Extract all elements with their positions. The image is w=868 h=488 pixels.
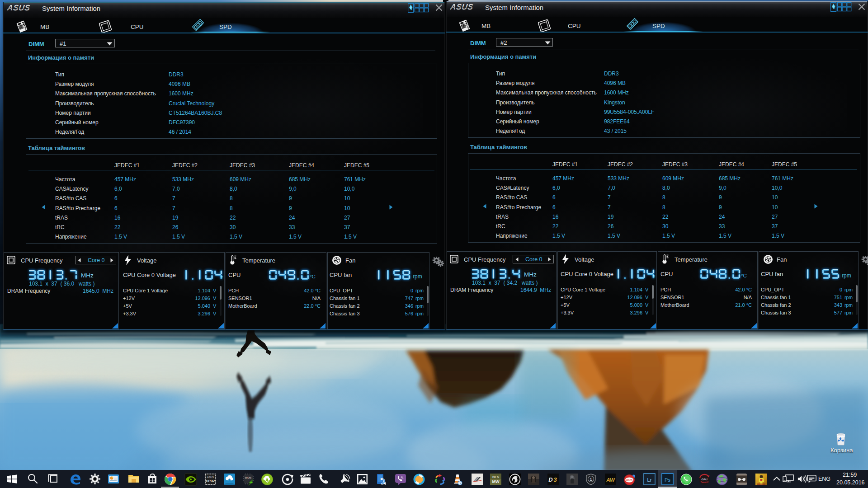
svg-text:ASUS: ASUS — [7, 4, 31, 11]
svg-text:Lr: Lr — [647, 477, 652, 483]
svg-text:CPUZ: CPUZ — [206, 479, 215, 483]
svg-text:ASUS: ASUS — [450, 3, 474, 10]
svg-text:D: D — [548, 476, 553, 483]
svg-text:AW: AW — [606, 477, 615, 483]
svg-text:Tweak II: Tweak II — [700, 481, 708, 483]
svg-text:nero: nero — [626, 479, 632, 482]
svg-text:3: 3 — [553, 476, 557, 483]
svg-text:Ps: Ps — [665, 477, 670, 483]
svg-text:GPU: GPU — [701, 478, 708, 481]
svg-text:1: 1 — [590, 477, 592, 482]
svg-text:NFS: NFS — [492, 475, 499, 479]
svg-text:ASUS: ASUS — [207, 476, 214, 479]
svg-text:MW: MW — [492, 479, 500, 484]
svg-text:BIOS: BIOS — [245, 476, 252, 479]
